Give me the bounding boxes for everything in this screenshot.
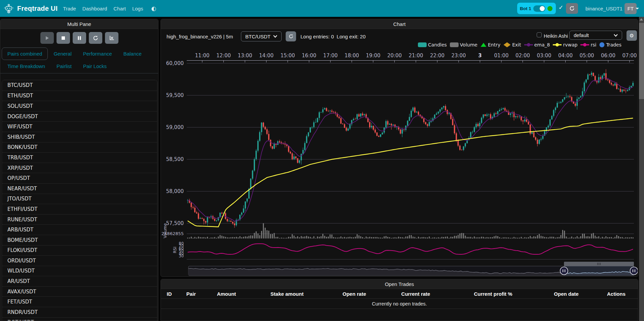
pair-item[interactable]: BOME/USDT xyxy=(2,235,157,245)
pair-item[interactable]: ORDI/USDT xyxy=(2,255,157,266)
tab-pair-locks[interactable]: Pair Locks xyxy=(77,60,112,72)
pair-item[interactable]: FLOKI/USDT xyxy=(2,245,157,256)
nav-link-dashboard[interactable]: Dashboard xyxy=(82,6,107,11)
tab-balance[interactable]: Balance xyxy=(118,47,147,60)
svg-text:58,500: 58,500 xyxy=(166,156,184,162)
avatar-caret-icon[interactable] xyxy=(636,8,639,9)
stop-button[interactable] xyxy=(57,32,70,44)
reload-button[interactable] xyxy=(89,32,102,44)
pair-item[interactable]: JTO/USDT xyxy=(2,194,157,204)
svg-text:05:00: 05:00 xyxy=(579,53,594,59)
pair-item[interactable]: ETHFI/USDT xyxy=(2,204,157,214)
svg-text:59,500: 59,500 xyxy=(166,92,184,98)
pair-item[interactable]: WLD/USDT xyxy=(2,266,157,276)
datazoom-handle[interactable] xyxy=(560,267,568,275)
chart-legend: CandlesVolumeEntryExitema_8rvwaprsiTrade… xyxy=(418,42,621,48)
legend-exit[interactable]: Exit xyxy=(503,42,521,47)
svg-text:RSI: RSI xyxy=(173,247,177,253)
reload-icon xyxy=(93,35,98,41)
pair-item[interactable]: AR/USDT xyxy=(2,276,157,286)
price-chart-svg[interactable]: 11:0012:0013:0014:0015:0016:0017:0018:00… xyxy=(161,48,638,276)
svg-text:20:00: 20:00 xyxy=(387,53,402,59)
tab-performance[interactable]: Performance xyxy=(77,47,118,60)
pair-item[interactable]: RUNE/USDT xyxy=(2,214,157,225)
pair-item[interactable]: DOGE/USDT xyxy=(2,111,157,122)
bot-control-buttons xyxy=(0,32,158,44)
svg-text:14:00: 14:00 xyxy=(259,53,274,59)
legend-volume[interactable]: Volume xyxy=(450,42,477,47)
theme-toggle-icon[interactable]: ◐ xyxy=(151,5,156,12)
legend-rsi[interactable]: rsi xyxy=(580,42,596,47)
legend-label: Trades xyxy=(606,42,621,47)
pair-item[interactable]: ETH/USDT xyxy=(2,91,157,101)
bot-name: Bot 1 xyxy=(520,6,531,11)
chevron-down-icon xyxy=(273,35,277,38)
svg-text:21:00: 21:00 xyxy=(408,53,423,59)
pair-item[interactable]: BONK/USDT xyxy=(2,142,157,153)
col-actions: Actions xyxy=(595,289,638,298)
nav-link-chart[interactable]: Chart xyxy=(113,6,126,11)
legend-trades[interactable]: Trades xyxy=(599,42,621,47)
pair-item[interactable]: WIF/USDT xyxy=(2,121,157,132)
legend-entry[interactable]: Entry xyxy=(480,42,500,47)
bot-selector[interactable]: Bot 1 xyxy=(517,3,556,14)
pair-item[interactable]: SOL/USDT xyxy=(2,101,157,111)
pair-item[interactable]: XRP/USDT xyxy=(2,163,157,173)
chevron-down-icon xyxy=(614,34,618,37)
pair-select[interactable]: BTC/USDT xyxy=(241,31,282,41)
strategy-label: high_frog_binance_v226 | 5m xyxy=(167,34,233,39)
heikin-ashi-checkbox[interactable] xyxy=(537,32,542,37)
multi-pane-panel: Multi Pane Pairs combinedGeneralPerforma… xyxy=(0,19,158,321)
refresh-bot-button[interactable] xyxy=(566,3,578,14)
legend-label: Exit xyxy=(512,42,521,47)
gear-icon: ⚙ xyxy=(630,33,634,39)
multi-pane-title: Multi Pane xyxy=(0,19,158,29)
nav-links: TradeDashboardChartLogs xyxy=(63,6,143,11)
scrollbar-up-arrow[interactable] xyxy=(640,18,643,21)
legend-ema_8[interactable]: ema_8 xyxy=(524,42,550,47)
nav-link-logs[interactable]: Logs xyxy=(132,6,143,11)
datazoom-handle[interactable] xyxy=(630,267,638,275)
svg-text:60,000: 60,000 xyxy=(166,60,184,66)
open-trades-title: Open Trades xyxy=(161,279,638,289)
pair-item[interactable]: NEAR/USDT xyxy=(2,183,157,194)
pair-item[interactable]: SHIB/USDT xyxy=(2,132,157,142)
pair-item[interactable]: TRB/USDT xyxy=(2,152,157,163)
svg-text:Volume: Volume xyxy=(163,223,168,238)
svg-text:59,000: 59,000 xyxy=(166,124,184,130)
play-button[interactable] xyxy=(40,32,54,44)
bot-online-dot xyxy=(547,6,552,11)
svg-text:02:00: 02:00 xyxy=(515,53,530,59)
plot-settings-button[interactable]: ⚙ xyxy=(627,30,637,41)
chart-refresh-button[interactable] xyxy=(286,31,296,41)
legend-rvwap[interactable]: rvwap xyxy=(553,42,577,47)
nav-link-trade[interactable]: Trade xyxy=(63,6,76,11)
avatar-button[interactable]: FT xyxy=(624,3,637,14)
play-icon xyxy=(45,36,49,40)
pair-item[interactable]: BTC/USDT xyxy=(2,80,157,91)
tab-pairs-combined[interactable]: Pairs combined xyxy=(2,47,48,60)
legend-candles[interactable]: Candles xyxy=(418,42,447,47)
scrollbar-thumb[interactable] xyxy=(639,23,644,99)
legend-label: ema_8 xyxy=(534,42,550,47)
plot-config-select[interactable]: default xyxy=(569,31,622,40)
page-scrollbar[interactable] xyxy=(639,17,644,321)
pair-item[interactable]: ARB/USDT xyxy=(2,224,157,235)
tab-general[interactable]: General xyxy=(48,47,77,60)
pair-item[interactable]: DOT/USDT xyxy=(2,317,157,321)
sidebar-tabs: Pairs combinedGeneralPerformanceBalanceT… xyxy=(0,47,158,73)
pair-item[interactable]: OP/USDT xyxy=(2,173,157,183)
pair-item[interactable]: RNDR/USDT xyxy=(2,307,157,317)
pair-item[interactable]: FET/USDT xyxy=(2,296,157,307)
svg-text:23:00: 23:00 xyxy=(451,53,466,59)
col-current-profit-pct: Current profit % xyxy=(449,289,538,298)
brand[interactable]: Freqtrade UI xyxy=(17,5,58,12)
pause-button[interactable] xyxy=(73,32,86,44)
svg-text:16:00: 16:00 xyxy=(302,53,316,59)
tab-pairlist[interactable]: Pairlist xyxy=(51,60,77,72)
bot-toggle[interactable] xyxy=(533,5,545,12)
clear-chart-button[interactable] xyxy=(105,32,118,44)
tab-time-breakdown[interactable]: Time Breakdown xyxy=(2,60,51,72)
open-trades-header-row: IDPairAmountStake amountOpen rateCurrent… xyxy=(161,289,638,299)
pair-item[interactable]: AVAX/USDT xyxy=(2,286,157,297)
